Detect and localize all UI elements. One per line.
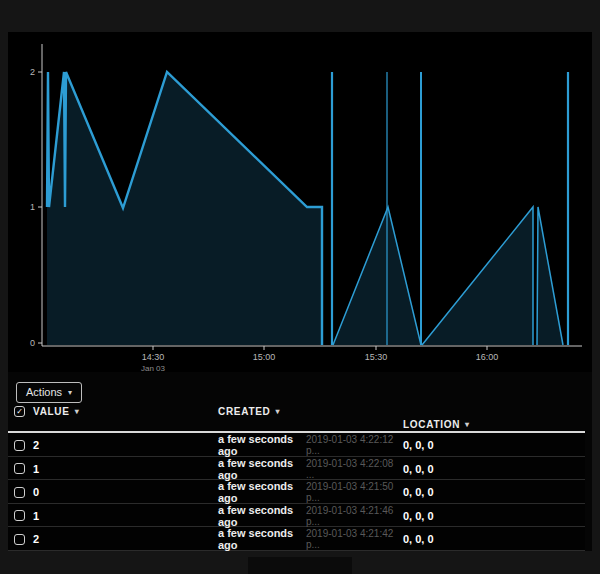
created-timestamp-cell: 2019-01-03 4:21:42 p... bbox=[306, 528, 403, 550]
row-checkbox[interactable] bbox=[14, 463, 25, 474]
created-timestamp-cell: 2019-01-03 4:21:50 p... bbox=[306, 481, 403, 503]
svg-text:15:00: 15:00 bbox=[253, 352, 276, 362]
svg-text:Jan 03: Jan 03 bbox=[141, 364, 166, 372]
location-cell: 0, 0, 0 bbox=[403, 533, 585, 545]
location-cell: 0, 0, 0 bbox=[403, 463, 585, 475]
table-row: 2a few seconds ago2019-01-03 4:22:12 p..… bbox=[8, 433, 585, 457]
created-timestamp-cell: 2019-01-03 4:21:46 p... bbox=[306, 505, 403, 527]
svg-text:0: 0 bbox=[30, 338, 35, 348]
value-cell: 0 bbox=[33, 486, 218, 498]
row-checkbox[interactable] bbox=[14, 487, 25, 498]
created-relative-cell: a few seconds ago bbox=[218, 504, 306, 528]
location-cell: 0, 0, 0 bbox=[403, 486, 585, 498]
created-relative-cell: a few seconds ago bbox=[218, 480, 306, 504]
table-body: 2a few seconds ago2019-01-03 4:22:12 p..… bbox=[8, 433, 585, 551]
table-row: 1a few seconds ago2019-01-03 4:22:08 ...… bbox=[8, 457, 585, 481]
created-relative-cell: a few seconds ago bbox=[218, 457, 306, 481]
column-header-value[interactable]: VALUE ▾ bbox=[33, 406, 218, 417]
value-cell: 1 bbox=[33, 463, 218, 475]
value-cell: 2 bbox=[33, 439, 218, 451]
chart-panel: 21014:30Jan 0315:0015:3016:00 bbox=[8, 32, 592, 372]
column-header-location[interactable]: LOCATION ▾ bbox=[403, 419, 585, 430]
location-cell: 0, 0, 0 bbox=[403, 510, 585, 522]
table-header-row: ✓ VALUE ▾ CREATED ▾ LOCATION ▾ bbox=[8, 405, 585, 433]
actions-button-label: Actions bbox=[26, 386, 62, 398]
svg-text:15:30: 15:30 bbox=[365, 352, 388, 362]
checkmark-icon: ✓ bbox=[16, 408, 23, 416]
data-table: ✓ VALUE ▾ CREATED ▾ LOCATION ▾ 2a few se… bbox=[8, 405, 585, 551]
row-checkbox[interactable] bbox=[14, 510, 25, 521]
value-cell: 1 bbox=[33, 510, 218, 522]
table-row: 1a few seconds ago2019-01-03 4:21:46 p..… bbox=[8, 504, 585, 528]
created-timestamp-cell: 2019-01-03 4:22:08 ... bbox=[306, 458, 403, 480]
created-relative-cell: a few seconds ago bbox=[218, 527, 306, 551]
actions-button[interactable]: Actions ▾ bbox=[16, 382, 82, 403]
svg-text:2: 2 bbox=[30, 67, 35, 77]
location-cell: 0, 0, 0 bbox=[403, 439, 585, 451]
main-panel: 21014:30Jan 0315:0015:3016:00 Actions ▾ … bbox=[8, 32, 592, 551]
timeseries-chart: 21014:30Jan 0315:0015:3016:00 bbox=[8, 32, 592, 372]
value-cell: 2 bbox=[33, 533, 218, 545]
column-header-created[interactable]: CREATED ▾ bbox=[218, 406, 585, 417]
svg-text:1: 1 bbox=[30, 202, 35, 212]
table-row: 0a few seconds ago2019-01-03 4:21:50 p..… bbox=[8, 480, 585, 504]
select-all-checkbox[interactable]: ✓ bbox=[14, 406, 25, 417]
svg-text:16:00: 16:00 bbox=[476, 352, 499, 362]
sort-caret-icon: ▾ bbox=[75, 407, 79, 416]
created-relative-cell: a few seconds ago bbox=[218, 433, 306, 457]
bottom-cutoff-panel bbox=[248, 557, 352, 574]
sort-caret-icon: ▾ bbox=[465, 420, 469, 429]
svg-text:14:30: 14:30 bbox=[142, 352, 165, 362]
caret-down-icon: ▾ bbox=[68, 388, 72, 397]
table-row: 2a few seconds ago2019-01-03 4:21:42 p..… bbox=[8, 527, 585, 551]
sort-caret-icon: ▾ bbox=[276, 407, 280, 416]
created-timestamp-cell: 2019-01-03 4:22:12 p... bbox=[306, 434, 403, 456]
row-checkbox[interactable] bbox=[14, 534, 25, 545]
row-checkbox[interactable] bbox=[14, 440, 25, 451]
